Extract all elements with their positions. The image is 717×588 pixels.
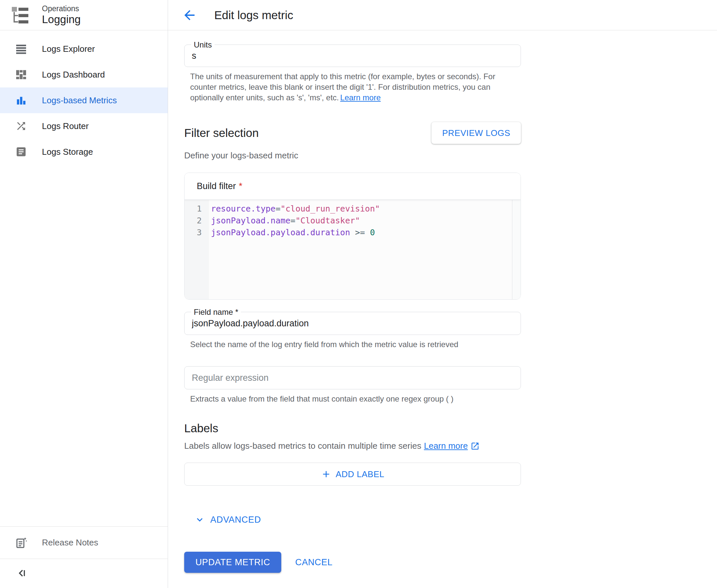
main-panel: Edit logs metric Units The units of meas… [168,0,717,588]
product-titles: Operations Logging [42,4,81,26]
sidebar-item-logs-storage[interactable]: Logs Storage [0,139,168,165]
sidebar-item-release-notes[interactable]: Release Notes [0,527,168,559]
page-header: Edit logs metric [168,0,717,30]
filter-selection-subtitle: Define your logs-based metric [184,150,717,161]
logs-storage-icon [15,146,27,158]
sidebar-item-label: Logs Explorer [42,44,95,54]
field-name-input[interactable] [185,318,520,329]
logs-dashboard-icon [15,68,27,81]
labels-description-row: Labels allow logs-based metrics to conta… [184,441,717,451]
sidebar-item-label: Logs Router [42,121,89,131]
build-filter-card: Build filter * 1 2 3 resource.type="clou… [184,172,521,300]
release-notes-icon [15,537,27,549]
labels-heading: Labels [184,422,717,435]
collapse-sidenav-icon[interactable] [16,567,29,580]
logs-based-metrics-icon [15,94,27,107]
query-line: jsonPayload.name="Cloudtasker" [211,216,512,228]
sidebar-footer: Release Notes [0,526,168,588]
page-title: Edit logs metric [214,8,293,22]
units-help-text: The units of measurement that apply to t… [190,71,517,103]
field-name-field: Field name * [184,312,521,335]
add-label-button[interactable]: ADD LABEL [184,463,521,486]
sidebar-item-logs-dashboard[interactable]: Logs Dashboard [0,62,168,87]
required-marker: * [239,181,243,191]
app-window: Operations Logging Logs Explorer [0,0,717,588]
logging-product-icon [11,5,30,25]
product-name: Logging [42,13,81,26]
build-filter-card-header: Build filter * [185,173,520,200]
logs-router-icon [15,120,27,132]
sidebar-item-logs-based-metrics[interactable]: Logs-based Metrics [0,87,168,113]
sidebar: Operations Logging Logs Explorer [0,0,168,588]
query-token: "Cloudtasker" [295,216,360,225]
add-label-button-label: ADD LABEL [336,469,385,479]
sidebar-item-label: Logs Storage [42,147,93,157]
query-token: resource.type [211,204,275,213]
query-token: "cloud_run_revision" [281,204,380,213]
regular-expression-help-text: Extracts a value from the field that mus… [190,394,517,404]
query-token: 0 [370,228,375,237]
query-line: resource.type="cloud_run_revision" [211,204,512,216]
logs-explorer-icon [15,43,27,55]
sidebar-item-label: Logs-based Metrics [42,96,117,106]
plus-icon [321,469,331,479]
units-learn-more-link[interactable]: Learn more [340,93,381,102]
line-number: 2 [185,216,209,228]
field-name-help-text: Select the name of the log entry field f… [190,339,517,350]
sidebar-item-label: Logs Dashboard [42,70,105,80]
filter-selection-heading: Filter selection [184,126,259,140]
filter-selection-header-row: Filter selection PREVIEW LOGS [184,122,521,144]
query-line: jsonPayload.payload.duration >= 0 [211,228,512,239]
query-token: jsonPayload.payload.duration [211,228,350,237]
sidebar-nav: Logs Explorer Logs Dashboard [0,30,168,165]
units-field: Units [184,45,521,67]
advanced-toggle-label: ADVANCED [210,515,261,525]
advanced-toggle[interactable]: ADVANCED [194,514,261,525]
query-token: = [275,204,281,213]
sidebar-header: Operations Logging [0,0,168,30]
line-number: 1 [185,204,209,216]
query-token: >= [350,228,370,237]
open-in-new-icon[interactable] [470,441,480,451]
query-editor-input[interactable]: resource.type="cloud_run_revision" jsonP… [209,200,512,299]
sidebar-collapse-row [0,559,168,588]
sidebar-item-logs-router[interactable]: Logs Router [0,113,168,139]
sidebar-item-logs-explorer[interactable]: Logs Explorer [0,36,168,62]
line-number: 3 [185,228,209,239]
units-input[interactable] [185,51,520,61]
regular-expression-field [184,366,521,390]
regular-expression-input[interactable] [185,373,520,383]
product-eyebrow: Operations [42,4,81,13]
chevron-down-icon [194,514,205,525]
editor-scrollbar[interactable] [512,200,520,299]
field-name-label: Field name * [191,308,241,317]
query-token: = [290,216,295,225]
labels-description: Labels allow logs-based metrics to conta… [184,441,421,451]
update-metric-button[interactable]: UPDATE METRIC [184,552,281,573]
cancel-button[interactable]: CANCEL [295,557,332,568]
back-arrow-icon[interactable] [182,7,197,23]
query-editor: 1 2 3 resource.type="cloud_run_revision"… [185,200,520,299]
form-content: Units The units of measurement that appl… [168,30,717,573]
labels-learn-more-link[interactable]: Learn more [424,441,468,451]
line-number-gutter: 1 2 3 [185,200,209,299]
form-actions-row: UPDATE METRIC CANCEL [184,552,717,573]
build-filter-label: Build filter [197,181,236,191]
preview-logs-button[interactable]: PREVIEW LOGS [431,122,521,144]
sidebar-item-label: Release Notes [42,538,98,548]
units-field-label: Units [191,40,214,49]
query-token: jsonPayload.name [211,216,290,225]
